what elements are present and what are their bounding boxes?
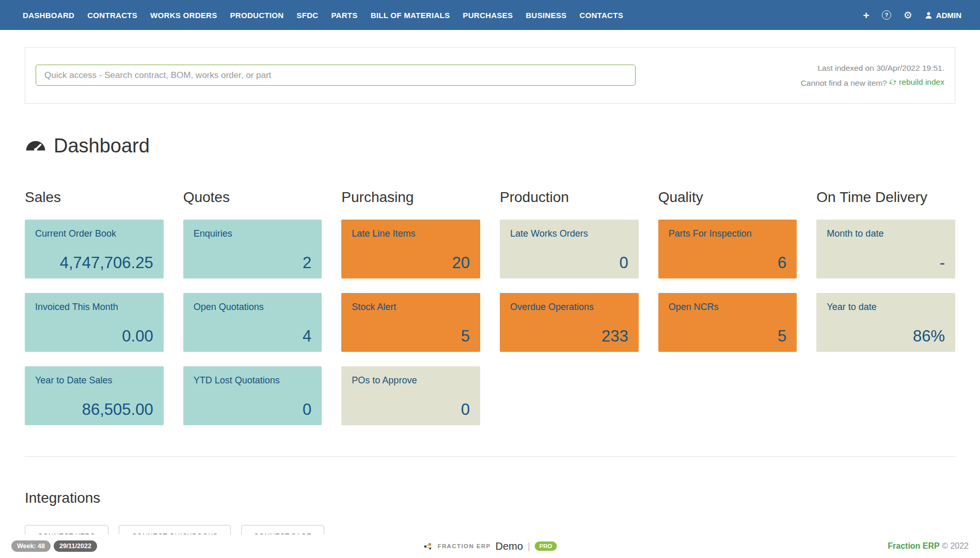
column-title: Production [500,189,639,206]
column-title: Quotes [183,189,322,206]
card-value: 86% [827,328,945,345]
nav-item-parts[interactable]: PARTS [331,11,357,20]
footer-brand: FRACTION ERP Demo | PRO [423,540,557,552]
card-value: 86,505.00 [35,401,153,419]
card-value: 5 [669,328,787,345]
card-label: Parts For Inspection [669,228,787,239]
page-title: Dashboard [25,135,955,157]
card-value: 0.00 [35,328,153,345]
metric-card-late-works-orders[interactable]: Late Works Orders 0 [500,220,639,278]
card-value: 20 [352,254,470,272]
column-title: Sales [25,189,164,206]
date-badge: 29/11/2022 [54,540,97,552]
add-icon[interactable]: + [863,10,870,21]
nav-item-dashboard[interactable]: DASHBOARD [23,11,74,20]
index-info: Last indexed on 30/Apr/2022 19:51. Canno… [801,61,944,90]
card-label: Year to date [827,302,945,313]
card-label: Open NCRs [669,302,787,313]
user-icon [925,11,932,19]
column-purchasing: Purchasing Late Line Items 20 Stock Aler… [341,189,480,440]
quick-access-search-input[interactable] [36,65,636,86]
card-label: Enquiries [194,228,312,239]
card-value: 4 [194,328,312,345]
help-icon[interactable]: ? [882,10,891,20]
card-label: YTD Lost Quotations [194,375,312,386]
gear-icon[interactable]: ⚙ [904,10,912,20]
brand-separator: | [528,541,530,552]
top-navbar: DASHBOARD CONTRACTS WORKS ORDERS PRODUCT… [0,0,980,30]
footer-copyright: Fraction ERP © 2022 [888,541,969,551]
metric-card-ytd-lost-quotations[interactable]: YTD Lost Quotations 0 [183,366,322,425]
page-title-text: Dashboard [54,135,150,157]
metric-card-otd-year-to-date[interactable]: Year to date 86% [816,293,955,352]
card-value: 2 [194,254,312,272]
footer-brand-green: Fraction ERP [888,541,939,550]
card-label: Open Quotations [194,302,312,313]
card-value: 0 [194,401,312,419]
integrations-title: Integrations [25,490,955,506]
brand-demo-text: Demo [496,540,523,552]
refresh-icon [889,79,896,86]
card-label: Current Order Book [35,228,153,239]
cannot-find-text: Cannot find a new item? [801,79,887,87]
nav-item-sfdc[interactable]: SFDC [296,11,318,20]
column-production: Production Late Works Orders 0 Overdue O… [500,189,639,440]
metric-card-ytd-sales[interactable]: Year to Date Sales 86,505.00 [25,366,164,425]
card-value: 0 [510,254,628,272]
card-value: 233 [510,328,628,345]
card-label: Late Works Orders [510,228,628,239]
metric-card-late-line-items[interactable]: Late Line Items 20 [341,220,480,278]
dashboard-icon [25,140,46,152]
quick-access-panel: Last indexed on 30/Apr/2022 19:51. Canno… [25,47,955,104]
metric-card-open-ncrs[interactable]: Open NCRs 5 [658,293,797,352]
brand-icon [423,542,433,550]
column-quotes: Quotes Enquiries 2 Open Quotations 4 YTD… [183,189,322,440]
last-indexed-text: Last indexed on 30/Apr/2022 19:51. [801,61,944,75]
card-label: Month to date [827,228,945,239]
metric-card-enquiries[interactable]: Enquiries 2 [183,220,322,278]
metric-card-open-quotations[interactable]: Open Quotations 4 [183,293,322,352]
card-value: 4,747,706.25 [35,254,153,272]
column-title: Purchasing [341,189,480,206]
card-label: Year to Date Sales [35,375,153,386]
metric-card-pos-to-approve[interactable]: POs to Approve 0 [341,366,480,425]
rebuild-index-link[interactable]: rebuild index [889,75,944,89]
nav-item-works-orders[interactable]: WORKS ORDERS [150,11,217,20]
column-on-time-delivery: On Time Delivery Month to date - Year to… [816,189,955,440]
admin-menu[interactable]: ADMIN [925,11,961,20]
card-label: POs to Approve [352,375,470,386]
card-value: - [827,254,945,272]
nav-item-bill-of-materials[interactable]: BILL OF MATERIALS [371,11,450,20]
metric-card-stock-alert[interactable]: Stock Alert 5 [341,293,480,352]
nav-item-contacts[interactable]: CONTACTS [579,11,623,20]
footer-copy-text: © 2022 [942,541,969,550]
card-value: 5 [352,328,470,345]
card-label: Stock Alert [352,302,470,313]
rebuild-index-label: rebuild index [899,75,944,89]
nav-item-production[interactable]: PRODUCTION [230,11,284,20]
metric-card-invoiced-this-month[interactable]: Invoiced This Month 0.00 [25,293,164,352]
main-nav: DASHBOARD CONTRACTS WORKS ORDERS PRODUCT… [23,11,636,20]
column-title: Quality [658,189,797,206]
nav-item-purchases[interactable]: PURCHASES [463,11,513,20]
column-title: On Time Delivery [816,189,955,206]
column-quality: Quality Parts For Inspection 6 Open NCRs… [658,189,797,440]
dashboard-grid: Sales Current Order Book 4,747,706.25 In… [25,189,955,440]
nav-item-contracts[interactable]: CONTRACTS [87,11,137,20]
card-label: Late Line Items [352,228,470,239]
card-label: Overdue Operations [510,302,628,313]
metric-card-current-order-book[interactable]: Current Order Book 4,747,706.25 [25,220,164,278]
section-divider [25,456,955,457]
metric-card-overdue-operations[interactable]: Overdue Operations 233 [500,293,639,352]
brand-caps-text: FRACTION ERP [437,543,491,549]
column-sales: Sales Current Order Book 4,747,706.25 In… [25,189,164,440]
card-label: Invoiced This Month [35,302,153,313]
metric-card-parts-for-inspection[interactable]: Parts For Inspection 6 [658,220,797,278]
nav-item-business[interactable]: BUSINESS [526,11,566,20]
card-value: 6 [669,254,787,272]
footer: Week: 48 29/11/2022 FRACTION ERP Demo | … [0,534,980,558]
card-value: 0 [352,401,470,419]
admin-label: ADMIN [936,11,961,20]
metric-card-otd-month-to-date[interactable]: Month to date - [816,220,955,278]
week-badge: Week: 48 [11,540,51,552]
